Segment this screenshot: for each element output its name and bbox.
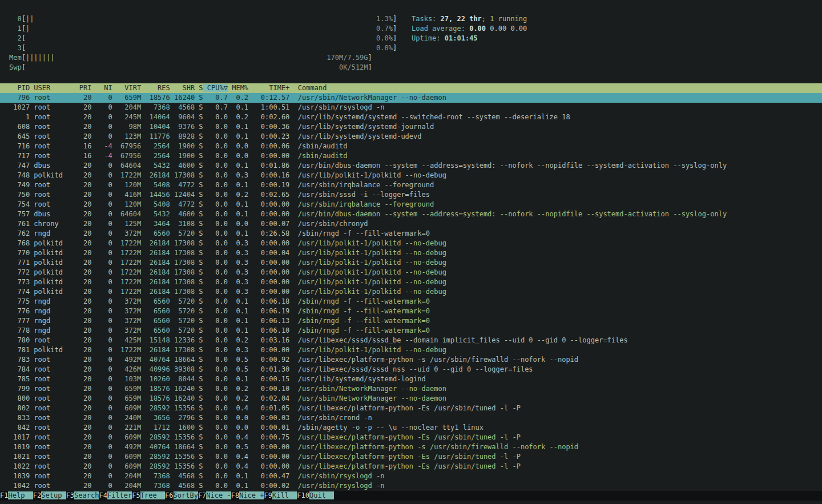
process-row-771[interactable]: 771 polkitd 20 0 1722M 26184 17308 S 0.0… — [0, 258, 822, 268]
column-header-s[interactable]: S — [195, 84, 203, 92]
cell-command: /usr/lib/polkit-1/polkitd --no-debug — [289, 171, 446, 179]
process-row-802[interactable]: 802 root 20 0 609M 28592 15356 S 0.0 0.4… — [0, 404, 822, 413]
process-row-780[interactable]: 780 root 20 0 425M 15148 12336 S 0.0 0.2… — [0, 336, 822, 345]
fkey-filter[interactable]: F4Filter — [99, 491, 132, 499]
cell-s: S — [195, 356, 203, 364]
process-row-774[interactable]: 774 polkitd 20 0 1722M 26184 17308 S 0.0… — [0, 287, 822, 297]
cell-user: root — [30, 113, 71, 121]
cell-pid: 1019 — [9, 443, 30, 451]
cell-pri: 20 — [71, 336, 91, 344]
cell-res: 2564 — [141, 152, 170, 160]
process-row-750[interactable]: 750 root 20 0 416M 14456 12404 S 0.0 0.2… — [0, 190, 822, 200]
cell-ni: 0 — [92, 103, 112, 111]
column-header-ni[interactable]: NI — [92, 84, 112, 92]
cell-time: 0:00.75 — [248, 433, 289, 441]
cell-virt: 1722M — [112, 249, 142, 257]
cell-res: 28592 — [141, 462, 170, 470]
cell-res: 7368 — [141, 482, 170, 490]
process-row-749[interactable]: 749 root 20 0 120M 5408 4772 S 0.0 0.1 0… — [0, 180, 822, 190]
process-row-768[interactable]: 768 polkitd 20 0 1722M 26184 17308 S 0.0… — [0, 239, 822, 248]
cell-command: /usr/sbin/sssd -i --logger=files — [289, 191, 430, 199]
process-row-833[interactable]: 833 root 20 0 240M 3656 2796 S 0.0 0.0 0… — [0, 413, 822, 423]
process-row-762[interactable]: 762 rngd 20 0 372M 6560 5720 S 0.0 0.1 0… — [0, 229, 822, 239]
cell-user: polkitd — [30, 259, 71, 267]
cell-command: /usr/sbin/irqbalance --foreground — [289, 181, 434, 189]
column-header-res[interactable]: RES — [141, 84, 170, 92]
cell-ni: 0 — [92, 239, 112, 247]
fkey-kill[interactable]: F9Kill — [264, 491, 297, 499]
process-row-773[interactable]: 773 polkitd 20 0 1722M 26184 17308 S 0.0… — [0, 277, 822, 287]
cell-command: /usr/lib/polkit-1/polkitd --no-debug — [289, 346, 446, 354]
column-header-command[interactable]: Command — [289, 84, 327, 92]
process-row-747[interactable]: 747 dbus 20 0 64604 5432 4600 S 0.0 0.1 … — [0, 161, 822, 171]
column-header-virt[interactable]: VIRT — [112, 84, 142, 92]
cell-virt: 123M — [112, 132, 142, 140]
cell-user: root — [30, 103, 71, 111]
cell-pid: 781 — [9, 346, 30, 354]
process-row-1021[interactable]: 1021 root 20 0 609M 28592 15356 S 0.0 0.… — [0, 452, 822, 462]
cell-virt: 64604 — [112, 162, 142, 170]
process-row-717[interactable]: 717 root 16 -4 67956 2564 1900 S 0.0 0.0… — [0, 151, 822, 161]
cell-cpu: 0.0 — [203, 278, 228, 286]
cell-pid: 775 — [9, 297, 30, 305]
cell-mem: 0.1 — [228, 307, 248, 315]
cell-user: root — [30, 336, 71, 344]
process-row-1027[interactable]: 1027 root 20 0 204M 7368 4568 S 0.7 0.1 … — [0, 103, 822, 112]
process-row-1042[interactable]: 1042 root 20 0 204M 7368 4568 S 0.0 0.1 … — [0, 481, 822, 491]
cell-s: S — [195, 297, 203, 305]
column-header-user[interactable]: USER — [30, 84, 71, 92]
process-row-1019[interactable]: 1019 root 20 0 492M 40764 18664 S 0.0 0.… — [0, 442, 822, 452]
process-row-772[interactable]: 772 polkitd 20 0 1722M 26184 17308 S 0.0… — [0, 268, 822, 277]
process-row-783[interactable]: 783 root 20 0 492M 40764 18664 S 0.0 0.5… — [0, 355, 822, 365]
fkey-tree[interactable]: F5Tree — [132, 491, 165, 499]
cell-command: /usr/sbin/NetworkManager --no-daemon — [289, 385, 446, 393]
column-header-time[interactable]: TIME+ — [248, 84, 289, 92]
process-row-784[interactable]: 784 root 20 0 426M 40996 39308 S 0.0 0.5… — [0, 365, 822, 374]
tasks-line-seg: 1 running — [490, 15, 527, 23]
process-row-770[interactable]: 770 polkitd 20 0 1722M 26184 17308 S 0.0… — [0, 248, 822, 258]
column-header-pri[interactable]: PRI — [71, 84, 91, 92]
process-row-757[interactable]: 757 dbus 20 0 64604 5432 4600 S 0.0 0.1 … — [0, 209, 822, 219]
cell-time: 0:02.60 — [248, 113, 289, 121]
column-header-cpu[interactable]: CPU%▽ — [203, 84, 228, 92]
column-header-mem[interactable]: MEM% — [228, 84, 248, 92]
cell-pid: 761 — [9, 220, 30, 228]
cell-s: S — [195, 94, 203, 102]
cell-time: 0:01.05 — [248, 404, 289, 412]
process-row-1039[interactable]: 1039 root 20 0 204M 7368 4568 S 0.0 0.1 … — [0, 471, 822, 481]
cell-mem: 0.1 — [228, 162, 248, 170]
process-row-842[interactable]: 842 root 20 0 221M 1712 1600 S 0.0 0.0 0… — [0, 423, 822, 433]
cell-s: S — [195, 317, 203, 325]
process-row-1022[interactable]: 1022 root 20 0 609M 28592 15356 S 0.0 0.… — [0, 462, 822, 471]
process-row-1[interactable]: 1 root 20 0 245M 14064 9604 S 0.0 0.2 0:… — [0, 112, 822, 122]
fkey-setup[interactable]: F2Setup — [33, 491, 66, 499]
process-row-748[interactable]: 748 polkitd 20 0 1722M 26184 17308 S 0.0… — [0, 171, 822, 180]
process-table[interactable]: 796 root 20 0 659M 18576 16240 S 0.7 0.2… — [0, 93, 822, 491]
process-row-796[interactable]: 796 root 20 0 659M 18576 16240 S 0.7 0.2… — [0, 93, 822, 103]
process-row-1017[interactable]: 1017 root 20 0 609M 28592 15356 S 0.0 0.… — [0, 433, 822, 442]
process-row-754[interactable]: 754 root 20 0 120M 5408 4772 S 0.0 0.1 0… — [0, 200, 822, 209]
fkey-nice-minus[interactable]: F7Nice - — [198, 491, 231, 499]
process-row-608[interactable]: 608 root 20 0 98M 10404 9376 S 0.0 0.1 0… — [0, 122, 822, 132]
fkey-search[interactable]: F3Search — [66, 491, 99, 499]
column-header-pid[interactable]: PID — [9, 84, 30, 92]
column-header-shr[interactable]: SHR — [170, 84, 195, 92]
process-row-800[interactable]: 800 root 20 0 659M 18576 16240 S 0.0 0.2… — [0, 394, 822, 404]
process-row-777[interactable]: 777 rngd 20 0 372M 6560 5720 S 0.0 0.1 0… — [0, 316, 822, 326]
fkey-sortby[interactable]: F6SortBy — [165, 491, 198, 499]
fkey-nice-plus[interactable]: F8Nice + — [231, 491, 264, 499]
process-row-781[interactable]: 781 polkitd 20 0 1722M 26184 17308 S 0.0… — [0, 345, 822, 355]
process-row-778[interactable]: 778 rngd 20 0 372M 6560 5720 S 0.0 0.1 0… — [0, 326, 822, 336]
process-row-645[interactable]: 645 root 20 0 123M 11776 8928 S 0.0 0.1 … — [0, 132, 822, 142]
cell-shr: 4772 — [170, 181, 195, 189]
process-row-775[interactable]: 775 rngd 20 0 372M 6560 5720 S 0.0 0.1 0… — [0, 297, 822, 307]
fkey-help[interactable]: F1Help — [0, 491, 33, 499]
fkey-quit[interactable]: F10Quit — [297, 491, 334, 499]
process-row-761[interactable]: 761 chrony 20 0 125M 3464 3108 S 0.0 0.0… — [0, 219, 822, 229]
process-row-776[interactable]: 776 rngd 20 0 372M 6560 5720 S 0.0 0.1 0… — [0, 307, 822, 316]
cell-shr: 15356 — [170, 462, 195, 470]
swp-label: Swp — [9, 63, 22, 71]
process-row-785[interactable]: 785 root 20 0 103M 10260 8044 S 0.0 0.1 … — [0, 374, 822, 384]
process-row-716[interactable]: 716 root 16 -4 67956 2564 1900 S 0.0 0.0… — [0, 142, 822, 151]
process-row-799[interactable]: 799 root 20 0 659M 18576 16240 S 0.0 0.2… — [0, 384, 822, 394]
